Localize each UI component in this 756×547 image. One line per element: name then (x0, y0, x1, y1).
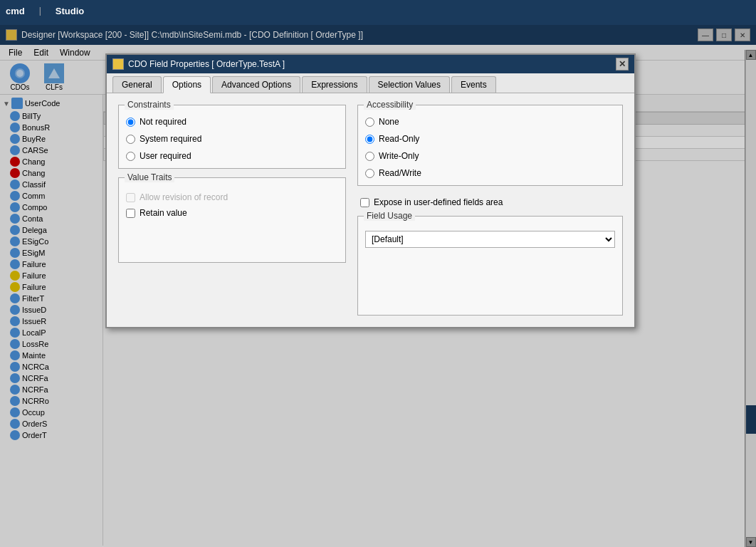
allow-revision-checkbox-label[interactable]: Allow revision of record (126, 192, 338, 202)
tab-selection-values[interactable]: Selection Values (369, 76, 451, 93)
tab-events[interactable]: Events (451, 76, 496, 93)
tab-expressions[interactable]: Expressions (302, 76, 367, 93)
allow-revision-checkbox[interactable] (126, 193, 135, 202)
right-column: Accessibility None Read-Only (357, 105, 623, 316)
constraint-not-required[interactable]: Not required (126, 117, 338, 127)
access-writeonly[interactable]: Write-Only (365, 151, 615, 161)
modal-close-button[interactable]: ✕ (616, 58, 629, 71)
access-writeonly-label: Write-Only (379, 151, 419, 161)
modal-title: CDO Field Properties [ OrderType.TestA ] (112, 58, 616, 70)
access-readwrite-radio[interactable] (365, 169, 374, 178)
access-readwrite-label: Read/Write (379, 168, 421, 178)
retain-value-checkbox[interactable] (126, 209, 135, 218)
cmd-title: cmd (6, 6, 25, 16)
modal-titlebar: CDO Field Properties [ OrderType.TestA ]… (107, 55, 634, 73)
modal-app-icon (112, 58, 124, 70)
accessibility-radio-group: None Read-Only Write-Only (365, 117, 615, 178)
retain-value-checkbox-label[interactable]: Retain value (126, 208, 338, 218)
constraint-user-required[interactable]: User required (126, 151, 338, 161)
access-readwrite[interactable]: Read/Write (365, 168, 615, 178)
access-readonly-label: Read-Only (379, 134, 419, 144)
value-traits-group: Value Traits Allow revision of record Re… (118, 177, 346, 263)
main-window: Designer [Workspace [200 - Site]] C:\mdb… (0, 25, 756, 547)
field-usage-title: Field Usage (364, 211, 415, 221)
modal-title-text: CDO Field Properties [ OrderType.TestA ] (128, 59, 285, 69)
constraints-radio-group: Not required System required User requir… (126, 117, 338, 161)
expose-checkbox[interactable] (360, 198, 369, 207)
constraints-title: Constraints (125, 100, 174, 110)
app-taskbar: cmd | Studio (0, 0, 756, 21)
constraint-not-required-radio[interactable] (126, 118, 135, 127)
access-none[interactable]: None (365, 117, 615, 127)
value-traits-content: Allow revision of record Retain value (126, 192, 338, 218)
constraint-user-required-radio[interactable] (126, 152, 135, 161)
access-none-radio[interactable] (365, 118, 374, 127)
constraints-group: Constraints Not required System required (118, 105, 346, 169)
tab-advanced-options[interactable]: Advanced Options (212, 76, 300, 93)
field-usage-select[interactable]: [Default]Option1Option2 (365, 231, 615, 248)
modal-tab-bar: General Options Advanced Options Express… (107, 73, 634, 93)
accessibility-title: Accessibility (364, 100, 416, 110)
expose-label: Expose in user-defined fields area (374, 197, 503, 207)
modal-dialog: CDO Field Properties [ OrderType.TestA ]… (105, 53, 636, 328)
access-readonly[interactable]: Read-Only (365, 134, 615, 144)
accessibility-group: Accessibility None Read-Only (357, 105, 623, 186)
access-writeonly-radio[interactable] (365, 152, 374, 161)
constraint-system-required[interactable]: System required (126, 134, 338, 144)
modal-overlay: CDO Field Properties [ OrderType.TestA ]… (0, 25, 756, 547)
access-readonly-radio[interactable] (365, 135, 374, 144)
left-column: Constraints Not required System required (118, 105, 346, 316)
studio-title: Studio (56, 6, 84, 16)
constraint-not-required-label: Not required (140, 117, 187, 127)
field-usage-select-container: [Default]Option1Option2 (365, 231, 615, 248)
constraint-user-required-label: User required (140, 151, 191, 161)
constraint-system-required-label: System required (140, 134, 201, 144)
allow-revision-label: Allow revision of record (140, 192, 228, 202)
field-usage-group: Field Usage [Default]Option1Option2 (357, 216, 623, 316)
tab-options[interactable]: Options (163, 76, 211, 93)
modal-body: Constraints Not required System required (107, 93, 634, 327)
tab-general[interactable]: General (112, 76, 162, 93)
constraint-system-required-radio[interactable] (126, 135, 135, 144)
retain-value-label: Retain value (140, 208, 187, 218)
expose-checkbox-label[interactable]: Expose in user-defined fields area (360, 197, 623, 207)
access-none-label: None (379, 117, 399, 127)
value-traits-title: Value Traits (125, 172, 174, 182)
